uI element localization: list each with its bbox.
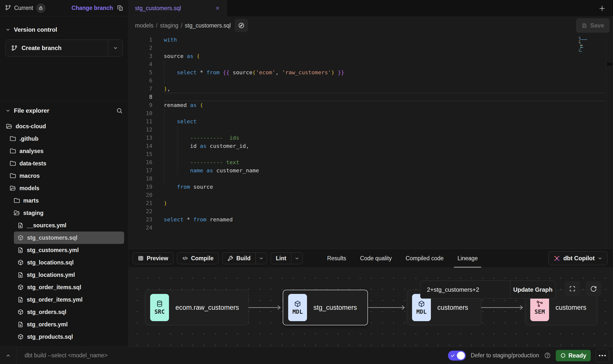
defer-label: Defer to staging/production xyxy=(471,352,539,359)
code-line-10[interactable]: 10 xyxy=(129,109,613,117)
lint-button[interactable]: Lint xyxy=(271,252,303,264)
create-branch-dropdown[interactable] xyxy=(108,40,122,56)
tree-folder-data-tests[interactable]: data-tests xyxy=(6,157,124,170)
tab-code-quality[interactable]: Code quality xyxy=(353,249,399,267)
code-line-11[interactable]: 11 select xyxy=(129,117,613,126)
copilot-label: dbt Copilot xyxy=(563,255,595,262)
code-line-20[interactable]: 20 xyxy=(129,191,613,199)
code-line-12[interactable]: 12 xyxy=(129,126,613,134)
tab-compiled-code[interactable]: Compiled code xyxy=(399,249,450,267)
tree-folder-models[interactable]: models xyxy=(6,182,124,194)
tree-file-stg-locations-sql[interactable]: stg_locations.sql xyxy=(14,256,124,269)
code-text xyxy=(164,224,606,232)
breadcrumb-segment[interactable]: staging xyxy=(160,22,178,29)
tree-file-stg-order-items-sql[interactable]: stg_order_items.sql xyxy=(14,281,124,293)
code-line-21[interactable]: 21) xyxy=(129,199,613,207)
tree-folder-marts[interactable]: marts xyxy=(10,194,124,207)
code-text: select xyxy=(164,117,606,126)
lineage-panel[interactable]: SRCecom.raw_customersMDLstg_customersMDL… xyxy=(129,268,613,347)
tree-file-stg-orders-yml[interactable]: stg_orders.yml xyxy=(14,318,124,331)
command-input[interactable] xyxy=(25,352,448,359)
file-explorer-header[interactable]: File explorer xyxy=(0,107,128,114)
dbt-copilot-button[interactable]: dbt Copilot xyxy=(548,251,608,265)
tab-stg-customers-sql[interactable]: stg_customers.sql xyxy=(129,0,227,16)
help-icon[interactable] xyxy=(544,352,551,359)
tree-file-stg-customers-sql[interactable]: stg_customers.sql xyxy=(14,232,124,244)
tree-folder-staging[interactable]: staging xyxy=(10,207,124,219)
tree-folder--github[interactable]: .github xyxy=(6,132,124,145)
tab-lineage[interactable]: Lineage xyxy=(450,249,485,267)
change-branch-link[interactable]: Change branch xyxy=(72,5,113,11)
tree-folder-macros[interactable]: macros xyxy=(6,170,124,182)
code-line-13[interactable]: 13 ---------- ids xyxy=(129,134,613,142)
tree-file-stg-products-sql[interactable]: stg_products.sql xyxy=(14,331,124,343)
tab-title: stg_customers.sql xyxy=(135,5,181,12)
status-bar: Defer to staging/production Ready xyxy=(0,347,613,364)
code-line-19[interactable]: 19 from source xyxy=(129,183,613,191)
tree-item-label: __sources.yml xyxy=(27,222,66,229)
lint-dropdown[interactable] xyxy=(291,253,303,264)
create-branch-button[interactable]: Create branch xyxy=(5,40,123,56)
new-tab-button[interactable] xyxy=(597,3,607,13)
lineage-node-ecom-raw-customers[interactable]: SRCecom.raw_customers xyxy=(145,290,249,325)
tree-file-stg-order-items-yml[interactable]: stg_order_items.yml xyxy=(14,293,124,306)
code-line-2[interactable]: 2 xyxy=(129,44,613,52)
create-branch-label: Create branch xyxy=(22,45,61,52)
tree-file-stg-orders-sql[interactable]: stg_orders.sql xyxy=(14,306,124,318)
code-line-17[interactable]: 17 name as customer_name xyxy=(129,166,613,175)
editor-minimap[interactable] xyxy=(579,37,605,54)
defer-toggle[interactable] xyxy=(448,351,466,361)
build-dropdown[interactable] xyxy=(255,253,267,264)
code-line-16[interactable]: 16 ---------- text xyxy=(129,158,613,166)
editor-scrollbar-thumb[interactable] xyxy=(607,63,613,66)
code-line-14[interactable]: 14 id as customer_id, xyxy=(129,142,613,150)
tree-file-stg-customers-yml[interactable]: stg_customers.yml xyxy=(14,244,124,256)
code-line-8[interactable]: 8 xyxy=(129,93,613,101)
ide-status-button[interactable]: Ready xyxy=(556,350,591,361)
code-line-9[interactable]: 9renamed as ( xyxy=(129,101,613,109)
search-icon[interactable] xyxy=(116,107,123,114)
code-line-6[interactable]: 6 xyxy=(129,77,613,85)
lineage-node-stg-customers[interactable]: MDLstg_customers xyxy=(283,290,368,325)
code-line-4[interactable]: 4 xyxy=(129,60,613,68)
tree-file-stg-locations-yml[interactable]: stg_locations.yml xyxy=(14,269,124,281)
code-line-1[interactable]: 1with xyxy=(129,36,613,44)
tab-results[interactable]: Results xyxy=(320,249,353,267)
save-button[interactable]: Save xyxy=(576,18,610,33)
status-bar-right: Defer to staging/production Ready xyxy=(448,349,609,362)
command-bar-expand-button[interactable] xyxy=(0,347,16,364)
code-line-22[interactable]: 22 xyxy=(129,207,613,215)
breadcrumb-segment[interactable]: models xyxy=(135,22,153,29)
lineage-filter-input[interactable] xyxy=(420,281,510,298)
version-control-header[interactable]: Version control xyxy=(0,26,128,33)
code-line-24[interactable]: 24 xyxy=(129,224,613,232)
code-line-7[interactable]: 7), xyxy=(129,85,613,93)
build-button[interactable]: Build xyxy=(222,252,267,264)
tree-folder-docs-cloud[interactable]: docs-cloud xyxy=(2,120,124,132)
code-editor[interactable]: 1with23source as (45 select * from {{ so… xyxy=(129,35,613,249)
code-text xyxy=(164,126,606,134)
tree-file--sources-yml[interactable]: __sources.yml xyxy=(14,219,124,232)
code-line-23[interactable]: 23select * from renamed xyxy=(129,215,613,224)
tab-close-icon[interactable] xyxy=(215,6,220,11)
compile-button[interactable]: Compile xyxy=(177,252,219,264)
create-branch-main[interactable]: Create branch xyxy=(6,40,108,56)
code-line-3[interactable]: 3source as ( xyxy=(129,52,613,60)
code-line-15[interactable]: 15 xyxy=(129,150,613,158)
update-graph-button[interactable]: Update Graph xyxy=(510,281,555,298)
version-control-title: Version control xyxy=(14,26,57,33)
chevron-down-icon xyxy=(113,46,118,51)
tree-folder-analyses[interactable]: analyses xyxy=(6,145,124,157)
lineage-refresh-button[interactable] xyxy=(586,281,601,296)
more-options-button[interactable] xyxy=(596,349,609,362)
code-line-18[interactable]: 18 xyxy=(129,175,613,183)
code-line-5[interactable]: 5 select * from {{ source('ecom', 'raw_c… xyxy=(129,68,613,77)
line-number: 7 xyxy=(129,85,160,93)
lineage-fullscreen-button[interactable] xyxy=(565,281,580,296)
line-number: 8 xyxy=(129,93,160,101)
chevron-down-icon xyxy=(5,108,10,113)
docs-compass-button[interactable] xyxy=(235,19,248,32)
file-model-icon xyxy=(17,309,24,315)
copy-icon[interactable] xyxy=(117,5,123,11)
preview-button[interactable]: Preview xyxy=(133,252,173,264)
